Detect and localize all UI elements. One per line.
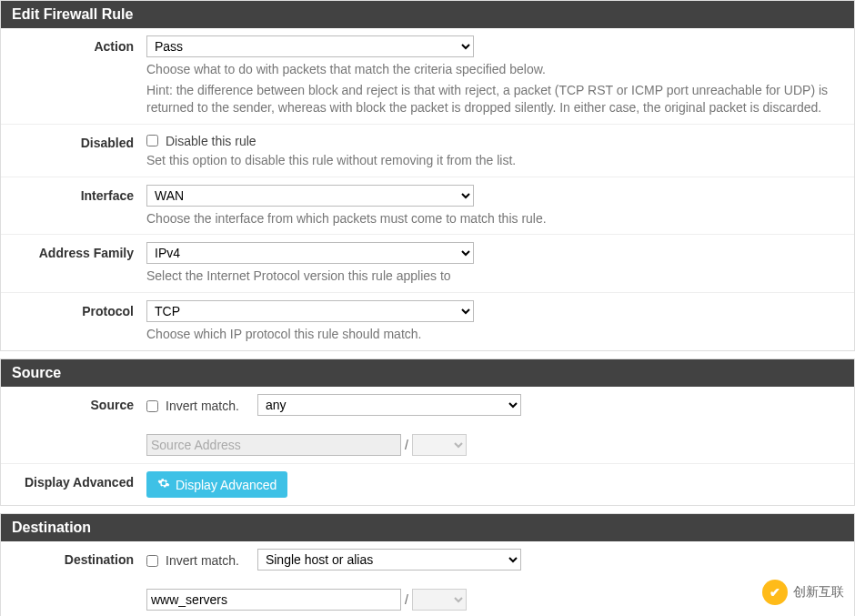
panel-header-edit: Edit Firewall Rule (1, 1, 854, 28)
label-interface: Interface (1, 185, 146, 203)
destination-address-input[interactable] (146, 589, 401, 611)
action-help-1: Choose what to do with packets that matc… (146, 61, 843, 78)
row-disabled: Disabled Disable this rule Set this opti… (1, 125, 854, 177)
brand-logo-icon: ✔ (762, 580, 788, 605)
source-slash: / (405, 438, 408, 452)
interface-select[interactable]: WAN (146, 185, 474, 207)
destination-slash: / (405, 592, 408, 607)
panel-header-source: Source (1, 359, 854, 387)
disable-rule-checkbox-label: Disable this rule (166, 134, 256, 148)
brand-text: 创新互联 (793, 584, 844, 601)
label-disabled: Disabled (1, 132, 146, 150)
display-advanced-button[interactable]: Display Advanced (146, 471, 287, 498)
row-action: Action Pass Choose what to do with packe… (1, 28, 854, 125)
source-mask-select[interactable] (412, 434, 467, 456)
panel-source: Source Source Invert match. any / (0, 358, 855, 506)
label-action: Action (1, 35, 146, 54)
panel-destination: Destination Destination Invert match. Si… (0, 513, 855, 616)
protocol-select[interactable]: TCP (146, 300, 474, 322)
destination-type-select[interactable]: Single host or alias (257, 549, 521, 571)
destination-invert-label: Invert match. (166, 553, 239, 568)
label-source: Source (1, 394, 146, 412)
row-destination: Destination Invert match. Single host or… (1, 541, 854, 616)
source-invert-checkbox[interactable] (146, 400, 158, 412)
row-source: Source Invert match. any / (1, 387, 854, 464)
label-display-advanced: Display Advanced (1, 471, 146, 490)
address-family-help: Select the Internet Protocol version thi… (146, 268, 843, 285)
interface-help: Choose the interface from which packets … (146, 210, 843, 227)
gear-icon (157, 477, 170, 492)
destination-invert-checkbox[interactable] (146, 555, 158, 567)
label-destination: Destination (1, 549, 146, 567)
row-display-advanced: Display Advanced Display Advanced (1, 464, 854, 505)
row-interface: Interface WAN Choose the interface from … (1, 177, 854, 236)
protocol-help: Choose which IP protocol this rule shoul… (146, 326, 843, 343)
disabled-help: Set this option to disable this rule wit… (146, 152, 843, 169)
address-family-select[interactable]: IPv4 (146, 242, 474, 264)
row-address-family: Address Family IPv4 Select the Internet … (1, 235, 854, 293)
row-protocol: Protocol TCP Choose which IP protocol th… (1, 293, 854, 350)
source-invert-label: Invert match. (166, 399, 239, 413)
footer-brand: ✔ 创新互联 (762, 580, 844, 605)
display-advanced-button-label: Display Advanced (176, 478, 277, 492)
action-help-2: Hint: the difference between block and r… (146, 82, 843, 116)
panel-edit-firewall-rule: Edit Firewall Rule Action Pass Choose wh… (0, 0, 855, 351)
source-type-select[interactable]: any (257, 394, 521, 416)
action-select[interactable]: Pass (146, 35, 474, 57)
label-address-family: Address Family (1, 242, 146, 260)
source-address-input[interactable] (146, 434, 401, 456)
label-protocol: Protocol (1, 300, 146, 318)
destination-mask-select[interactable] (412, 589, 467, 611)
panel-header-destination: Destination (1, 514, 854, 541)
disable-rule-checkbox[interactable] (146, 135, 158, 146)
